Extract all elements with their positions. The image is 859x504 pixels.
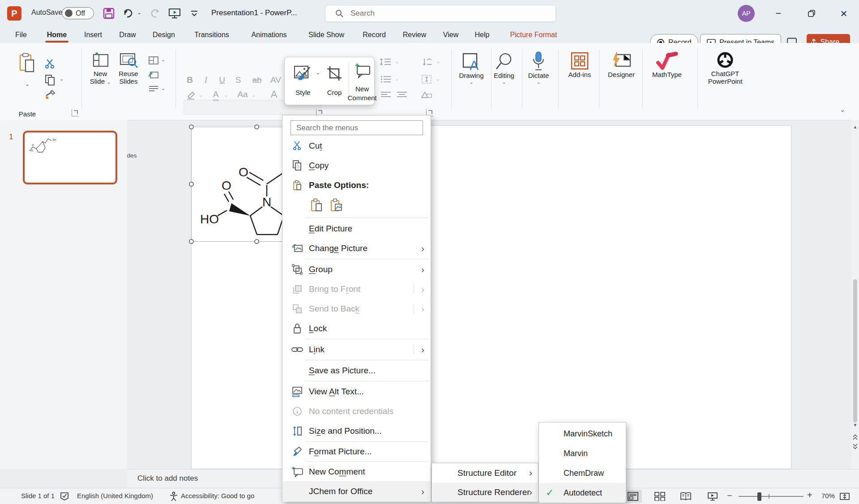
vertical-scrollbar[interactable]: ▲ ▼ <box>851 120 859 469</box>
next-slide-button[interactable] <box>852 443 858 449</box>
menu-item-change-picture[interactable]: Change Picture › <box>283 239 430 258</box>
bold-button[interactable]: B <box>187 75 193 85</box>
slide-sorter-view-button[interactable] <box>651 490 669 503</box>
reset-slide-button[interactable] <box>149 71 158 79</box>
resize-handle-bottom-center[interactable] <box>254 239 259 244</box>
menu-search-box[interactable] <box>291 120 423 135</box>
tab-insert[interactable]: Insert <box>82 27 104 43</box>
redo-button[interactable] <box>149 7 161 20</box>
line-spacing-chevron-icon[interactable]: ⌄ <box>395 59 399 64</box>
grow-font-button[interactable]: A <box>271 89 278 100</box>
section-button[interactable] <box>149 85 158 93</box>
mini-new-comment-button[interactable]: New Comment <box>351 64 373 103</box>
sort-chevron-icon[interactable]: ⌄ <box>436 59 440 64</box>
menu-item-save-as-picture[interactable]: Save as Picture... <box>283 361 430 380</box>
resize-handle-middle-left[interactable] <box>189 182 194 187</box>
designer-button[interactable]: Designer <box>605 50 637 78</box>
copy-button[interactable] <box>45 74 56 86</box>
highlight-button[interactable] <box>186 90 196 100</box>
renderer-option-marvinsketch[interactable]: MarvinSketch <box>539 424 625 444</box>
menu-item-new-comment[interactable]: New Comment <box>283 462 430 482</box>
start-slideshow-button[interactable] <box>168 8 181 19</box>
menu-search-input[interactable] <box>295 123 418 133</box>
tab-file[interactable]: File <box>13 27 29 43</box>
resize-handle-bottom-left[interactable] <box>189 239 194 244</box>
copy-chevron-icon[interactable]: ⌄ <box>60 76 64 82</box>
spell-check-button[interactable] <box>60 492 69 501</box>
menu-item-copy[interactable]: Copy <box>283 156 430 175</box>
autosave-toggle[interactable]: Off <box>62 7 94 19</box>
tab-record[interactable]: Record <box>361 27 388 43</box>
search-input[interactable] <box>350 9 521 18</box>
menu-item-group[interactable]: Group › <box>283 260 430 279</box>
underline-button[interactable]: U <box>219 75 225 85</box>
undo-dropdown-chevron[interactable]: ⌄ <box>137 9 141 16</box>
reuse-slides-button[interactable]: Reuse Slides <box>115 50 141 85</box>
bullets-button[interactable] <box>380 75 391 83</box>
tab-animations[interactable]: Animations <box>249 27 288 43</box>
slide-layout-button[interactable] <box>149 56 158 64</box>
collapse-ribbon-chevron[interactable]: ⌄ <box>840 106 846 114</box>
slideshow-view-button[interactable] <box>704 490 722 503</box>
style-chevron-icon[interactable]: ⌄ <box>316 70 320 76</box>
accessibility-button[interactable] <box>169 491 178 501</box>
chatgpt-button[interactable]: ChatGPT PowerPoint <box>704 49 747 85</box>
dictate-button[interactable]: Dictate ⌄ <box>525 50 552 85</box>
tab-slide-show[interactable]: Slide Show <box>307 27 346 43</box>
normal-view-button[interactable] <box>624 490 642 503</box>
menu-item-jchem-for-office[interactable]: JChem for Office › <box>283 481 430 502</box>
section-chevron-icon[interactable]: ⌄ <box>161 85 165 91</box>
sort-button[interactable] <box>421 57 432 66</box>
change-case-chevron-icon[interactable]: ⌄ <box>252 92 256 98</box>
menu-item-cut[interactable]: Cut <box>283 136 430 156</box>
font-color-button[interactable]: A <box>213 90 219 101</box>
restore-button[interactable] <box>801 0 822 27</box>
scroll-down-icon[interactable]: ▼ <box>851 423 859 427</box>
align-center-button[interactable] <box>397 91 407 98</box>
menu-item-format-picture[interactable]: Format Picture... <box>283 442 430 461</box>
menu-item-size-and-position[interactable]: Size and Position... <box>283 421 430 441</box>
slide-thumbnail[interactable]: SH O HO <box>23 131 117 184</box>
picture-style-button[interactable]: Style <box>290 65 316 97</box>
language-indicator[interactable]: English (United Kingdom) <box>77 492 153 500</box>
renderer-option-chemdraw[interactable]: ChemDraw <box>539 463 625 483</box>
cut-button[interactable] <box>45 59 56 68</box>
tab-view[interactable]: View <box>441 27 460 43</box>
slide-indicator[interactable]: Slide 1 of 1 <box>21 492 55 500</box>
resize-handle-top-left[interactable] <box>189 124 194 129</box>
italic-button[interactable]: I <box>205 75 207 85</box>
paste-picture-button[interactable] <box>328 196 345 214</box>
layout-chevron-icon[interactable]: ⌄ <box>161 57 165 63</box>
scroll-up-icon[interactable]: ▲ <box>851 124 859 129</box>
menu-item-link[interactable]: Link › <box>283 340 430 359</box>
reading-view-button[interactable] <box>677 490 695 503</box>
tab-help[interactable]: Help <box>473 27 491 43</box>
font-color-chevron-icon[interactable]: ⌄ <box>224 92 228 98</box>
tab-picture-format[interactable]: Picture Format <box>509 27 559 43</box>
paste-keep-source-button[interactable] <box>308 196 325 214</box>
submenu-item-structure-editor[interactable]: Structure Editor › <box>432 463 538 483</box>
crop-button[interactable]: Crop <box>322 65 346 97</box>
minimize-button[interactable]: − <box>768 0 789 27</box>
tab-design[interactable]: Design <box>151 27 177 43</box>
search-box[interactable] <box>325 5 556 22</box>
format-painter-button[interactable] <box>45 90 56 100</box>
submenu-item-structure-renderer[interactable]: Structure Renderer › <box>432 483 538 502</box>
strikethrough-button[interactable]: ab <box>252 75 261 85</box>
customize-toolbar-button[interactable] <box>190 10 199 17</box>
save-button[interactable] <box>103 8 115 19</box>
scrollbar-thumb[interactable] <box>853 279 857 423</box>
resize-handle-top-center[interactable] <box>254 124 259 129</box>
menu-item-view-alt-text[interactable]: View Alt Text... <box>283 382 430 401</box>
clipboard-dialog-launcher[interactable] <box>72 109 79 116</box>
zoom-level[interactable]: 70% <box>821 492 835 500</box>
zoom-slider-track[interactable] <box>739 496 803 497</box>
change-case-button[interactable]: Aa <box>237 90 248 99</box>
previous-slide-button[interactable] <box>852 434 858 440</box>
notes-placeholder[interactable]: Click to add notes <box>137 474 198 483</box>
zoom-slider-thumb[interactable] <box>757 492 761 501</box>
undo-button[interactable] <box>122 7 134 20</box>
menu-item-edit-picture[interactable]: Edit Picture <box>283 219 430 239</box>
arrange-shape-button[interactable] <box>421 90 432 99</box>
menu-item-lock[interactable]: Lock <box>283 319 430 338</box>
